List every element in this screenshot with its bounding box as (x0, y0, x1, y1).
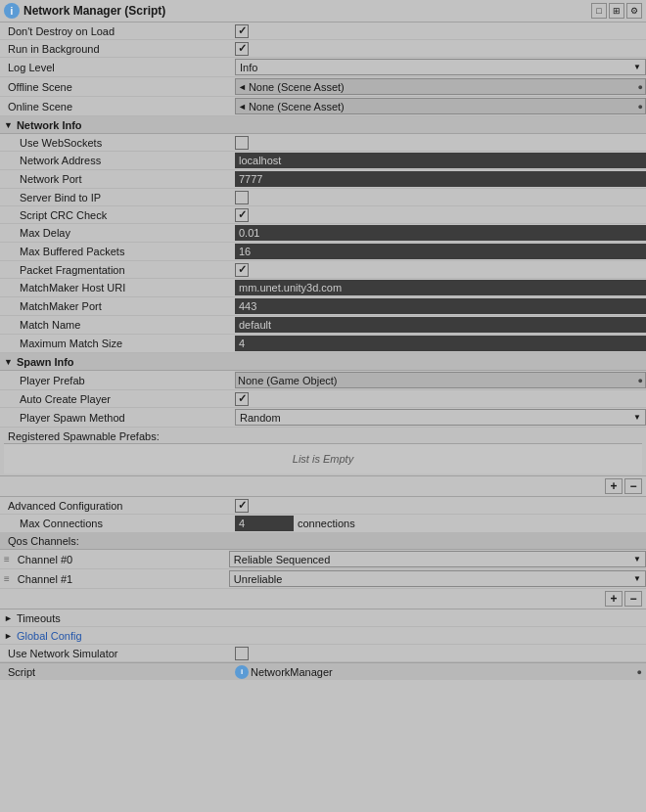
remove-spawnable-button[interactable]: − (624, 478, 642, 494)
run-background-label: Run in Background (0, 43, 235, 55)
channel0-dropdown[interactable]: Reliable Sequenced ▼ (229, 551, 646, 567)
player-spawn-dropdown[interactable]: Random ▼ (235, 409, 646, 426)
global-config-label[interactable]: Global Config (17, 630, 82, 642)
qos-channels-label: Qos Channels: (0, 533, 646, 550)
auto-create-checkbox[interactable] (235, 392, 249, 406)
icon-btn-1[interactable]: □ (591, 3, 607, 19)
offline-scene-value: ◄ None (Scene Asset) ● (235, 78, 646, 95)
channel0-value[interactable]: Reliable Sequenced ▼ (229, 551, 646, 567)
list-empty-text: List is Empty (293, 453, 353, 465)
offline-scene-label: Offline Scene (0, 81, 235, 93)
channel0-label: Channel #0 (14, 554, 229, 565)
max-connections-input[interactable] (235, 516, 294, 531)
use-net-sim-checkbox[interactable] (235, 647, 249, 660)
network-info-section[interactable]: ▼ Network Info (0, 116, 646, 134)
script-crc-label: Script CRC Check (0, 209, 235, 221)
match-name-input[interactable] (235, 317, 646, 333)
channel1-dropdown[interactable]: Unreliable ▼ (229, 570, 646, 587)
add-spawnable-button[interactable]: + (605, 478, 623, 494)
server-bind-checkbox[interactable] (235, 191, 249, 204)
circle-icon-3[interactable]: ● (638, 376, 643, 385)
channel-controls: + − (0, 589, 646, 609)
scene-icon-2: ◄ (238, 102, 247, 112)
dont-destroy-row: Don't Destroy on Load (0, 23, 646, 40)
add-channel-button[interactable]: + (605, 591, 623, 607)
channel1-label: Channel #1 (14, 573, 229, 585)
script-crc-checkbox[interactable] (235, 208, 249, 222)
remove-channel-button[interactable]: − (624, 591, 642, 607)
collapse-icon[interactable]: ▼ (0, 120, 17, 130)
script-row: Script i NetworkManager ● (0, 662, 646, 680)
log-level-value[interactable]: Info ▼ (235, 59, 646, 75)
network-port-label: Network Port (0, 173, 235, 185)
network-port-row: Network Port (0, 170, 646, 189)
script-crc-row: Script CRC Check (0, 206, 646, 224)
header-buttons: □ ⊞ ⚙ (591, 3, 642, 19)
script-info-icon: i (235, 665, 249, 679)
chevron-down-icon-4: ▼ (633, 574, 641, 583)
network-address-input[interactable] (235, 153, 646, 168)
matchmaker-host-input[interactable] (235, 280, 646, 295)
log-level-row: Log Level Info ▼ (0, 58, 646, 77)
matchmaker-port-row: MatchMaker Port (0, 297, 646, 316)
network-info-label: Network Info (17, 119, 82, 131)
drag-handle-icon-1[interactable]: ≡ (0, 573, 14, 584)
list-empty-area: List is Empty (4, 444, 642, 474)
channel0-row: ≡ Channel #0 Reliable Sequenced ▼ (0, 550, 646, 569)
run-background-row: Run in Background (0, 40, 646, 58)
dont-destroy-label: Don't Destroy on Load (0, 25, 235, 37)
timeouts-label: Timeouts (17, 612, 61, 624)
max-delay-row: Max Delay (0, 224, 646, 243)
player-prefab-label: Player Prefab (0, 375, 235, 386)
auto-create-label: Auto Create Player (0, 393, 235, 405)
use-net-sim-row: Use Network Simulator (0, 645, 646, 662)
use-websockets-label: Use WebSockets (0, 137, 235, 149)
packet-frag-row: Packet Fragmentation (0, 261, 646, 279)
max-match-input[interactable] (235, 336, 646, 351)
online-scene-row: Online Scene ◄ None (Scene Asset) ● (0, 97, 646, 116)
icon-btn-2[interactable]: ⊞ (609, 3, 624, 19)
chevron-down-icon-2: ▼ (633, 413, 641, 422)
channel1-value[interactable]: Unreliable ▼ (229, 570, 646, 587)
network-port-input[interactable] (235, 171, 646, 187)
registered-label: Registered Spawnable Prefabs: (4, 429, 642, 444)
spawn-info-label: Spawn Info (17, 356, 74, 368)
use-net-sim-label: Use Network Simulator (0, 648, 235, 659)
script-value: NetworkManager (251, 666, 333, 678)
scene-icon: ◄ (238, 82, 247, 92)
run-background-value (235, 42, 646, 56)
player-spawn-label: Player Spawn Method (0, 412, 235, 424)
run-background-checkbox[interactable] (235, 42, 249, 56)
timeouts-row[interactable]: ► Timeouts (0, 609, 646, 627)
drag-handle-icon-0[interactable]: ≡ (0, 554, 14, 564)
player-prefab-field[interactable]: None (Game Object) ● (235, 372, 646, 388)
expand-icon-2: ► (4, 631, 13, 641)
packet-frag-checkbox[interactable] (235, 263, 249, 277)
player-spawn-row: Player Spawn Method Random ▼ (0, 408, 646, 428)
spawn-collapse-icon[interactable]: ▼ (0, 357, 17, 367)
icon-btn-3[interactable]: ⚙ (626, 3, 642, 19)
max-delay-input[interactable] (235, 225, 646, 241)
dont-destroy-checkbox[interactable] (235, 24, 249, 38)
server-bind-row: Server Bind to IP (0, 189, 646, 206)
max-match-label: Maximum Match Size (0, 338, 235, 349)
matchmaker-port-input[interactable] (235, 298, 646, 314)
component-title: Network Manager (Script) (23, 4, 587, 18)
network-address-row: Network Address (0, 152, 646, 170)
chevron-down-icon: ▼ (633, 63, 641, 71)
use-websockets-checkbox[interactable] (235, 136, 249, 150)
channel1-row: ≡ Channel #1 Unreliable ▼ (0, 569, 646, 589)
circle-icon-4[interactable]: ● (637, 667, 646, 677)
global-config-row[interactable]: ► Global Config (0, 627, 646, 645)
max-buffered-input[interactable] (235, 244, 646, 259)
adv-config-label: Advanced Configuration (0, 500, 235, 512)
adv-config-checkbox[interactable] (235, 499, 249, 513)
offline-scene-field[interactable]: ◄ None (Scene Asset) ● (235, 78, 646, 95)
log-level-dropdown[interactable]: Info ▼ (235, 59, 646, 75)
max-buffered-row: Max Buffered Packets (0, 243, 646, 261)
spawn-info-section[interactable]: ▼ Spawn Info (0, 353, 646, 371)
online-scene-field[interactable]: ◄ None (Scene Asset) ● (235, 98, 646, 114)
circle-icon-2[interactable]: ● (638, 102, 643, 112)
player-prefab-row: Player Prefab None (Game Object) ● (0, 371, 646, 390)
circle-icon[interactable]: ● (638, 82, 643, 92)
